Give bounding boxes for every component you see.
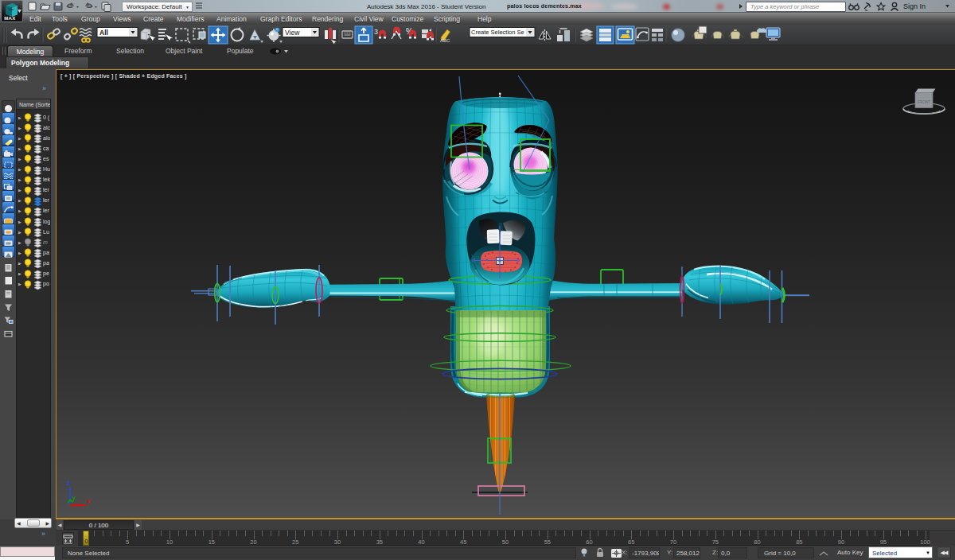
svg-text:FRONT: FRONT	[918, 100, 930, 104]
svg-text:ABC: ABC	[440, 38, 450, 43]
svg-text:All: All	[99, 29, 108, 37]
svg-text:View: View	[285, 29, 300, 37]
svg-text:Create Selection Se: Create Selection Se	[471, 29, 524, 36]
svg-text:y: y	[72, 495, 76, 501]
svg-text:3: 3	[374, 28, 378, 36]
svg-text:z: z	[67, 479, 70, 487]
svg-text:x: x	[87, 497, 91, 505]
